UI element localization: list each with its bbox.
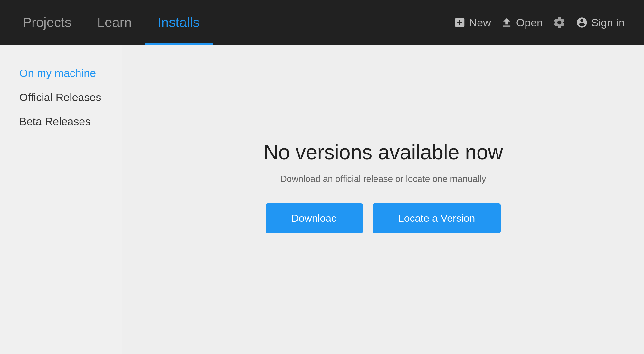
sidebar-item-beta-releases[interactable]: Beta Releases — [19, 109, 103, 134]
nav-learn[interactable]: Learn — [84, 0, 145, 45]
signin-label: Sign in — [591, 16, 625, 29]
open-icon — [501, 16, 513, 29]
locate-version-button[interactable]: Locate a Version — [373, 203, 501, 233]
download-button[interactable]: Download — [266, 203, 363, 233]
empty-state-subtitle: Download an official release or locate o… — [280, 174, 486, 184]
action-buttons: Download Locate a Version — [266, 203, 501, 233]
settings-button[interactable] — [553, 16, 566, 29]
main-layout: On my machine Official Releases Beta Rel… — [0, 45, 644, 354]
account-icon — [576, 16, 588, 29]
new-button[interactable]: New — [454, 16, 491, 29]
signin-button[interactable]: Sign in — [576, 16, 625, 29]
sidebar-item-on-my-machine[interactable]: On my machine — [19, 61, 103, 85]
open-label: Open — [516, 16, 543, 29]
header: Projects Learn Installs New Open Sign in — [0, 0, 644, 45]
gear-icon — [553, 16, 566, 29]
main-content: No versions available now Download an of… — [122, 45, 644, 354]
main-nav: Projects Learn Installs — [19, 0, 454, 45]
empty-state-title: No versions available now — [263, 140, 503, 164]
sidebar-item-official-releases[interactable]: Official Releases — [19, 85, 103, 109]
new-icon — [454, 16, 466, 29]
nav-projects[interactable]: Projects — [19, 0, 84, 45]
header-actions: New Open Sign in — [454, 16, 625, 29]
sidebar: On my machine Official Releases Beta Rel… — [0, 45, 122, 354]
new-label: New — [469, 16, 491, 29]
open-button[interactable]: Open — [501, 16, 543, 29]
nav-installs[interactable]: Installs — [145, 0, 213, 45]
